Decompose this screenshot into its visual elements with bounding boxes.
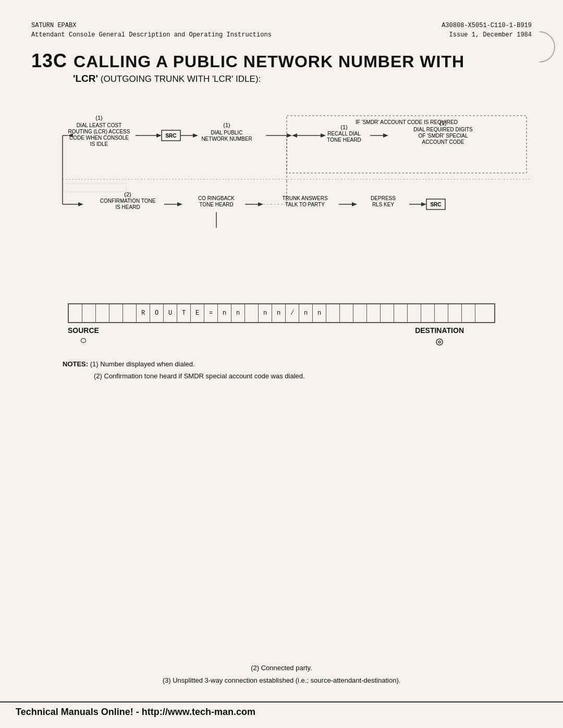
display-labels: SOURCE ○ DESTINATION ◎: [68, 326, 495, 349]
svg-marker-18: [292, 133, 297, 138]
display-cell: [82, 304, 96, 322]
svg-text:IS IDLE: IS IDLE: [90, 141, 108, 147]
display-cell: [123, 304, 137, 322]
svg-text:(1): (1): [439, 120, 446, 126]
display-cell-slash: /: [286, 304, 299, 322]
page: SATURN EPABX Attendant Console General D…: [0, 0, 563, 728]
diagram-area: (1) DIAL LEAST COST ROUTING (LCR) ACCESS…: [31, 100, 532, 382]
svg-text:RECALL DIAL: RECALL DIAL: [327, 131, 361, 137]
svg-text:TONE HEARD: TONE HEARD: [199, 202, 233, 207]
header-issue: Issue 1, December 1984: [442, 30, 532, 40]
svg-marker-20: [321, 133, 326, 138]
svg-text:DEPRESS: DEPRESS: [371, 195, 396, 201]
bottom-notes: (2) Connected party. (3) Unsplitted 3-wa…: [0, 662, 563, 686]
display-cell-n6: n: [313, 304, 326, 322]
display-cell: [381, 304, 394, 322]
display-cell: [353, 304, 367, 322]
display-cell: [96, 304, 109, 322]
notes-section: NOTES: (1) Number displayed when dialed.…: [63, 358, 532, 382]
display-cell-last: [475, 304, 489, 322]
svg-text:NETWORK NUMBER: NETWORK NUMBER: [201, 136, 252, 142]
svg-text:TALK TO PARTY: TALK TO PARTY: [285, 202, 325, 207]
display-cell-eq: =: [204, 304, 218, 322]
svg-marker-10: [193, 133, 198, 138]
svg-text:TRUNK ANSWERS: TRUNK ANSWERS: [282, 195, 328, 201]
svg-marker-6: [156, 133, 162, 138]
svg-text:DIAL PUBLIC: DIAL PUBLIC: [211, 130, 243, 135]
svg-text:OF 'SMDR' SPECIAL: OF 'SMDR' SPECIAL: [419, 133, 468, 139]
destination-icon: ◎: [436, 335, 443, 349]
page-curl-decoration: [540, 31, 555, 63]
svg-text:IS HEARD: IS HEARD: [115, 204, 140, 210]
destination-label-group: DESTINATION ◎: [415, 326, 464, 349]
display-cell-n3: n: [259, 304, 272, 322]
display-cell: [69, 304, 82, 322]
note-1: (1) Number displayed when dialed.: [90, 360, 195, 368]
svg-text:DIAL REQUIRED DIGITS: DIAL REQUIRED DIGITS: [413, 127, 473, 132]
svg-marker-25: [383, 133, 388, 138]
svg-text:CO RINGBACK: CO RINGBACK: [198, 195, 235, 201]
display-cell: [435, 304, 448, 322]
svg-text:DIAL LEAST COST: DIAL LEAST COST: [77, 122, 122, 128]
page-footer: Technical Manuals Online! - http://www.t…: [0, 701, 563, 718]
svg-text:RLS KEY: RLS KEY: [372, 202, 395, 207]
flow-diagram: (1) DIAL LEAST COST ROUTING (LCR) ACCESS…: [31, 100, 532, 298]
title-number: 13C: [31, 50, 67, 72]
svg-text:(1): (1): [223, 122, 230, 128]
svg-text:(1): (1): [340, 124, 347, 130]
page-header: SATURN EPABX Attendant Console General D…: [31, 21, 532, 40]
display-cell-n2: n: [231, 304, 245, 322]
source-label-group: SOURCE ○: [68, 326, 99, 349]
svg-text:CONFIRMATION TONE: CONFIRMATION TONE: [100, 198, 156, 204]
svg-marker-52: [352, 202, 357, 206]
svg-text:ROUTING (LCR) ACCESS: ROUTING (LCR) ACCESS: [68, 129, 130, 134]
svg-marker-42: [177, 202, 182, 206]
note-2: (2) Confirmation tone heard if SMDR spec…: [94, 372, 305, 380]
display-cell: [109, 304, 123, 322]
display-cell: [462, 304, 475, 322]
display-cell-n5: n: [299, 304, 313, 322]
svg-rect-37: [64, 183, 126, 192]
svg-text:(1): (1): [95, 115, 102, 121]
bottom-note-2: (2) Connected party.: [0, 662, 563, 674]
display-cell-U: U: [164, 304, 177, 322]
display-cell-n4: n: [272, 304, 286, 322]
svg-marker-46: [258, 202, 263, 206]
svg-marker-36: [78, 202, 83, 206]
title-subtitle: 'LCR' (OUTGOING TRUNK WITH 'LCR' IDLE):: [73, 73, 532, 84]
display-cell-E: E: [191, 304, 204, 322]
display-section: R O U T E = n n n n / n n: [31, 303, 532, 349]
svg-text:SRC: SRC: [165, 133, 176, 139]
display-cell: [421, 304, 435, 322]
display-cell-space: [245, 304, 259, 322]
header-description: Attendant Console General Description an…: [31, 30, 272, 40]
main-title: 13C CALLING A PUBLIC NETWORK NUMBER WITH: [31, 50, 532, 72]
svg-text:TONE HEARD: TONE HEARD: [327, 137, 361, 143]
bottom-note-3: (3) Unsplitted 3-way connection establis…: [0, 674, 563, 686]
display-cell-T: T: [177, 304, 191, 322]
title-section: 13C CALLING A PUBLIC NETWORK NUMBER WITH…: [31, 50, 532, 84]
display-cell: [340, 304, 353, 322]
title-text: CALLING A PUBLIC NETWORK NUMBER WITH: [74, 52, 464, 71]
display-cell: [408, 304, 421, 322]
svg-marker-56: [421, 202, 426, 206]
display-cell: [394, 304, 408, 322]
display-cell-O: O: [150, 304, 164, 322]
display-cell-R: R: [137, 304, 150, 322]
destination-label: DESTINATION: [415, 326, 464, 335]
header-doc-number: A30808-X5051-C110-1-B919: [442, 21, 532, 30]
title-lcr: 'LCR': [73, 73, 98, 84]
display-cell: [326, 304, 340, 322]
source-label: SOURCE: [68, 326, 99, 335]
source-icon: ○: [80, 335, 87, 348]
display-cell: [367, 304, 381, 322]
display-cell-n1: n: [218, 304, 231, 322]
svg-text:ACCOUNT CODE: ACCOUNT CODE: [422, 139, 464, 145]
display-cell: [448, 304, 462, 322]
title-subtitle-rest: (OUTGOING TRUNK WITH 'LCR' IDLE):: [98, 74, 261, 84]
footer-text: Technical Manuals Online! - http://www.t…: [16, 707, 255, 717]
svg-marker-15: [287, 133, 292, 138]
svg-text:SRC: SRC: [430, 202, 441, 207]
svg-text:CODE WHEN CONSOLE: CODE WHEN CONSOLE: [69, 135, 129, 141]
header-left: SATURN EPABX Attendant Console General D…: [31, 21, 272, 40]
